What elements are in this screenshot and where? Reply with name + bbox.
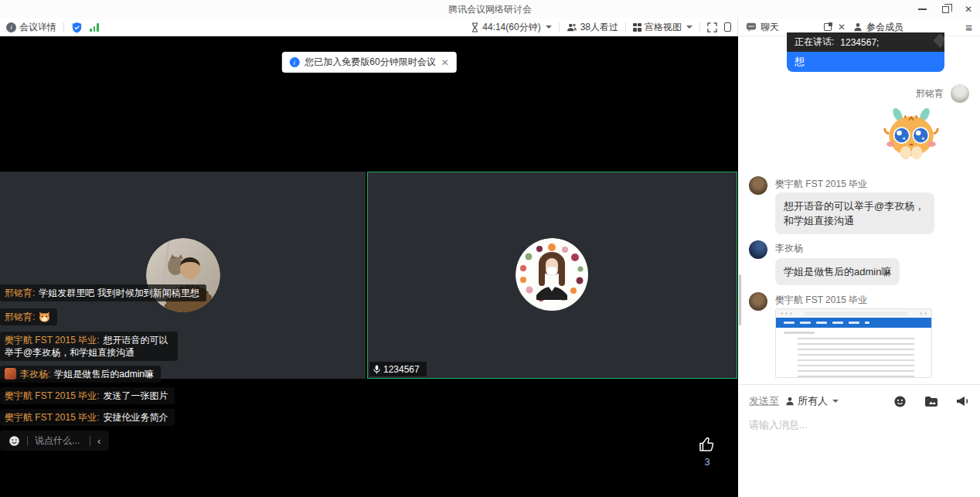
popout-icon[interactable]: [824, 23, 832, 31]
network-signal-icon: [90, 23, 99, 32]
meeting-details-button[interactable]: i 会议详情: [6, 21, 56, 34]
info-icon: i: [6, 22, 16, 32]
chat-bubble-icon: [746, 22, 757, 32]
announcement-megaphone-icon[interactable]: [956, 395, 969, 407]
view-mode-button[interactable]: 宫格视图: [633, 21, 692, 34]
person-icon: [785, 397, 795, 406]
smiley-icon[interactable]: [9, 435, 20, 447]
mic-icon: [373, 365, 380, 374]
overlay-message: 樊宇航 FST 2015 毕业:发送了一张图片: [0, 387, 175, 404]
own-message-bubble: 想: [787, 50, 944, 72]
menu-icon[interactable]: ≡: [965, 21, 972, 34]
quick-chat-input[interactable]: [35, 435, 83, 446]
overlay-message: 樊宇航 FST 2015 毕业:安捷伦业务简介: [0, 409, 175, 426]
quick-chat-bar[interactable]: ‹: [0, 431, 109, 451]
fullscreen-icon[interactable]: [707, 22, 717, 32]
meeting-timer[interactable]: 44:14(60分钟): [471, 21, 551, 34]
overlay-message: 樊宇航 FST 2015 毕业:想开语音的可以举手@李孜杨，和学姐直接沟通: [0, 332, 178, 361]
message-avatar: [749, 176, 767, 195]
security-shield-icon[interactable]: [71, 22, 83, 33]
avatar: [5, 368, 16, 380]
reaction-count: 3: [704, 456, 709, 468]
video-stage: i 您已加入免费版60分钟限时会议 ✕: [0, 36, 738, 497]
message-avatar: [749, 292, 767, 311]
restore-icon[interactable]: [942, 6, 949, 13]
message-sender: 李孜杨: [775, 242, 803, 255]
overlay-message: 李孜杨:学姐是做售后的admin嘛: [0, 366, 161, 383]
layout-panel-icon[interactable]: [724, 22, 731, 32]
message-composer: 发送至 所有人: [738, 384, 980, 497]
file-folder-icon[interactable]: [924, 395, 938, 407]
overlay-message: 邢铭育:学姐发群里吧 我到时候加到新闻稿里想: [0, 284, 206, 301]
chat-panel: 想 正在讲话: 1234567; 邢铭育: [738, 36, 980, 497]
tab-chat[interactable]: 聊天: [746, 21, 779, 34]
own-message-header: 邢铭育: [916, 84, 969, 103]
video-tile-1234567-speaking[interactable]: 1234567: [367, 172, 737, 379]
free-plan-toast: i 您已加入免费版60分钟限时会议 ✕: [281, 52, 456, 73]
chevron-down-icon: [832, 400, 839, 403]
message-sender: 樊宇航 FST 2015 毕业: [775, 178, 867, 191]
thumbs-up-icon[interactable]: [698, 435, 716, 454]
minimize-icon[interactable]: [918, 9, 927, 10]
info-icon: i: [289, 57, 299, 67]
chevron-down-icon: [546, 26, 552, 29]
chevron-down-icon: [686, 26, 692, 29]
hourglass-icon: [471, 22, 479, 32]
shared-image-webpage-screenshot[interactable]: [775, 308, 932, 378]
send-to-label: 发送至: [749, 394, 779, 408]
window-title: 腾讯会议网络研讨会: [448, 3, 532, 16]
emoji-icon[interactable]: [893, 395, 907, 408]
message-bubble: 学姐是做售后的admin嘛: [775, 258, 900, 285]
viewer-count[interactable]: 38人看过: [567, 21, 618, 34]
message-bubble: 想开语音的可以举手@李孜杨，和学姐直接沟通: [775, 192, 934, 234]
panel-close-icon[interactable]: ✕: [838, 22, 846, 32]
people-icon: [567, 22, 577, 32]
close-icon[interactable]: ✕: [965, 5, 972, 14]
titlebar: 腾讯会议网络研讨会 ✕: [0, 0, 980, 19]
scrollbar-thumb[interactable]: [739, 274, 741, 325]
dragon-blush-sticker: [883, 104, 940, 162]
toast-close-icon[interactable]: ✕: [441, 57, 449, 68]
tab-participants[interactable]: 参会成员: [853, 21, 903, 34]
overlay-message: 邢铭育:: [0, 308, 57, 325]
active-speaker-banner: 正在讲话: 1234567;: [787, 32, 944, 52]
avatar: [951, 84, 969, 103]
meeting-window: 腾讯会议网络研讨会 ✕ i 会议详情: [0, 0, 980, 497]
avatar-woman-flowers: [516, 238, 590, 312]
send-to-dropdown[interactable]: 所有人: [785, 394, 839, 408]
message-avatar: [749, 240, 767, 259]
cat-face-emoji-icon: [39, 311, 50, 322]
message-sender: 樊宇航 FST 2015 毕业: [775, 294, 867, 307]
grid-view-icon: [633, 23, 641, 32]
message-input[interactable]: [749, 419, 969, 431]
active-speaker-name-tag: 1234567: [369, 362, 427, 376]
collapse-chevron-icon[interactable]: ‹: [97, 435, 100, 447]
person-icon: [853, 22, 863, 32]
